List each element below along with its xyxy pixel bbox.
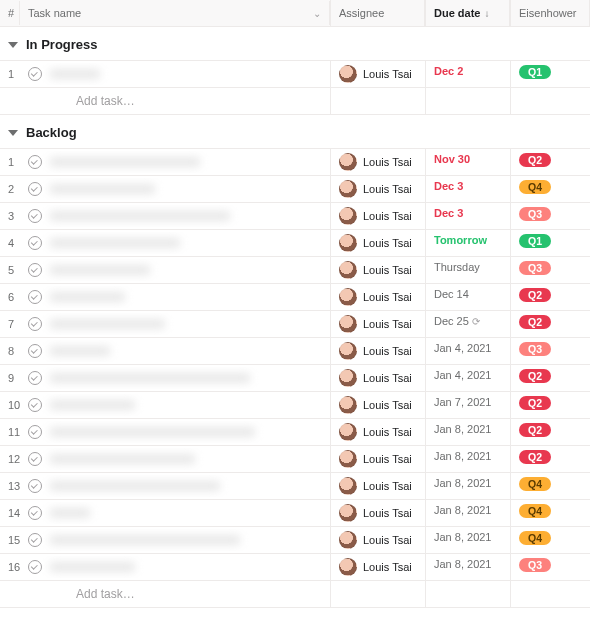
eisenhower-cell[interactable]: Q2 [510,365,590,391]
eisenhower-cell[interactable]: Q4 [510,473,590,499]
complete-check-icon[interactable] [28,155,42,169]
task-row[interactable]: 3Louis TsaiDec 3Q3 [0,203,590,230]
assignee-cell[interactable]: Louis Tsai [330,338,425,364]
assignee-cell[interactable]: Louis Tsai [330,446,425,472]
complete-check-icon[interactable] [28,398,42,412]
task-row[interactable]: 9Louis TsaiJan 4, 2021Q2 [0,365,590,392]
complete-check-icon[interactable] [28,317,42,331]
complete-check-icon[interactable] [28,506,42,520]
task-row[interactable]: 13Louis TsaiJan 8, 2021Q4 [0,473,590,500]
assignee-cell[interactable]: Louis Tsai [330,176,425,202]
due-date-cell[interactable]: Jan 8, 2021 [425,527,510,553]
complete-check-icon[interactable] [28,425,42,439]
assignee-cell[interactable]: Louis Tsai [330,500,425,526]
assignee-cell[interactable]: Louis Tsai [330,61,425,87]
due-date-cell[interactable]: Nov 30 [425,149,510,175]
eisenhower-cell[interactable]: Q2 [510,446,590,472]
task-name-cell[interactable] [20,205,330,227]
task-row[interactable]: 2Louis TsaiDec 3Q4 [0,176,590,203]
section-header[interactable]: In Progress [0,27,590,61]
task-name-cell[interactable] [20,232,330,254]
complete-check-icon[interactable] [28,560,42,574]
complete-check-icon[interactable] [28,371,42,385]
task-row[interactable]: 4Louis TsaiTomorrowQ1 [0,230,590,257]
column-header-eisenhower[interactable]: Eisenhower [510,0,590,26]
due-date-cell[interactable]: Jan 8, 2021 [425,446,510,472]
task-row[interactable]: 1Louis TsaiNov 30Q2 [0,149,590,176]
complete-check-icon[interactable] [28,182,42,196]
complete-check-icon[interactable] [28,344,42,358]
task-name-cell[interactable] [20,63,330,85]
task-name-cell[interactable] [20,502,330,524]
due-date-cell[interactable]: Jan 7, 2021 [425,392,510,418]
eisenhower-cell[interactable]: Q3 [510,257,590,283]
task-name-cell[interactable] [20,340,330,362]
due-date-cell[interactable]: Jan 8, 2021 [425,473,510,499]
assignee-cell[interactable]: Louis Tsai [330,203,425,229]
task-name-cell[interactable] [20,421,330,443]
task-name-cell[interactable] [20,313,330,335]
task-name-cell[interactable] [20,151,330,173]
due-date-cell[interactable]: Thursday [425,257,510,283]
complete-check-icon[interactable] [28,263,42,277]
assignee-cell[interactable]: Louis Tsai [330,284,425,310]
task-row[interactable]: 12Louis TsaiJan 8, 2021Q2 [0,446,590,473]
task-row[interactable]: 7Louis TsaiDec 25⟳Q2 [0,311,590,338]
task-name-cell[interactable] [20,475,330,497]
add-task-row[interactable]: Add task… [0,581,590,608]
assignee-cell[interactable]: Louis Tsai [330,473,425,499]
task-row[interactable]: 15Louis TsaiJan 8, 2021Q4 [0,527,590,554]
eisenhower-cell[interactable]: Q3 [510,203,590,229]
complete-check-icon[interactable] [28,479,42,493]
due-date-cell[interactable]: Jan 8, 2021 [425,554,510,580]
complete-check-icon[interactable] [28,209,42,223]
task-row[interactable]: 16Louis TsaiJan 8, 2021Q3 [0,554,590,581]
task-name-cell[interactable] [20,178,330,200]
complete-check-icon[interactable] [28,290,42,304]
collapse-triangle-icon[interactable] [8,130,18,136]
task-name-cell[interactable] [20,529,330,551]
due-date-cell[interactable]: Dec 3 [425,176,510,202]
task-row[interactable]: 6Louis TsaiDec 14Q2 [0,284,590,311]
collapse-triangle-icon[interactable] [8,42,18,48]
task-name-cell[interactable] [20,286,330,308]
eisenhower-cell[interactable]: Q2 [510,284,590,310]
column-header-duedate[interactable]: Due date ↓ [425,0,510,26]
eisenhower-cell[interactable]: Q3 [510,554,590,580]
column-header-number[interactable]: # [0,1,20,25]
task-row[interactable]: 8Louis TsaiJan 4, 2021Q3 [0,338,590,365]
task-row[interactable]: 11Louis TsaiJan 8, 2021Q2 [0,419,590,446]
eisenhower-cell[interactable]: Q1 [510,230,590,256]
column-header-assignee[interactable]: Assignee [330,0,425,26]
task-name-cell[interactable] [20,448,330,470]
add-task-row[interactable]: Add task… [0,88,590,115]
due-date-cell[interactable]: Dec 3 [425,203,510,229]
eisenhower-cell[interactable]: Q1 [510,61,590,87]
assignee-cell[interactable]: Louis Tsai [330,554,425,580]
eisenhower-cell[interactable]: Q2 [510,149,590,175]
assignee-cell[interactable]: Louis Tsai [330,419,425,445]
complete-check-icon[interactable] [28,533,42,547]
assignee-cell[interactable]: Louis Tsai [330,527,425,553]
section-header[interactable]: Backlog [0,115,590,149]
task-row[interactable]: 1Louis TsaiDec 2Q1 [0,61,590,88]
eisenhower-cell[interactable]: Q2 [510,392,590,418]
assignee-cell[interactable]: Louis Tsai [330,149,425,175]
eisenhower-cell[interactable]: Q4 [510,500,590,526]
assignee-cell[interactable]: Louis Tsai [330,392,425,418]
due-date-cell[interactable]: Jan 4, 2021 [425,338,510,364]
assignee-cell[interactable]: Louis Tsai [330,365,425,391]
due-date-cell[interactable]: Dec 25⟳ [425,311,510,337]
due-date-cell[interactable]: Jan 8, 2021 [425,419,510,445]
due-date-cell[interactable]: Tomorrow [425,230,510,256]
eisenhower-cell[interactable]: Q2 [510,419,590,445]
due-date-cell[interactable]: Jan 4, 2021 [425,365,510,391]
task-name-cell[interactable] [20,394,330,416]
complete-check-icon[interactable] [28,236,42,250]
task-name-cell[interactable] [20,367,330,389]
eisenhower-cell[interactable]: Q4 [510,527,590,553]
task-row[interactable]: 5Louis TsaiThursdayQ3 [0,257,590,284]
task-name-cell[interactable] [20,556,330,578]
assignee-cell[interactable]: Louis Tsai [330,230,425,256]
assignee-cell[interactable]: Louis Tsai [330,257,425,283]
